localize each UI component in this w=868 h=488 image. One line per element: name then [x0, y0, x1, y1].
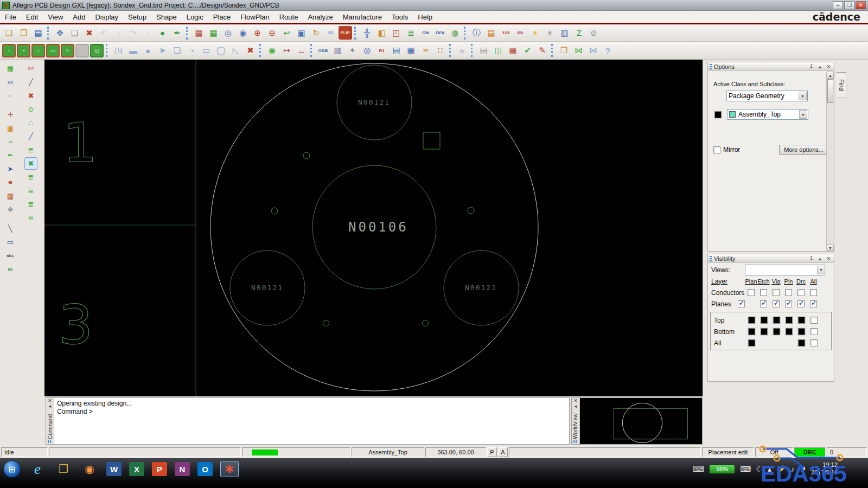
odb-export-icon[interactable]: ODB [316, 44, 330, 57]
ratsnest-list-icon[interactable]: ≣ [24, 171, 37, 183]
visibility-checkbox[interactable] [760, 300, 767, 307]
shape-add-icon[interactable]: ◳ [112, 44, 125, 57]
menu-view[interactable]: View [43, 12, 68, 22]
pin-array-icon[interactable]: ∷ [433, 44, 447, 57]
pan-hand-icon[interactable]: ✥ [4, 203, 17, 216]
via-circle[interactable] [271, 208, 278, 214]
menu-tools[interactable]: Tools [387, 12, 413, 22]
shadow-mode-icon[interactable]: ☀ [528, 26, 542, 40]
flip-design-icon[interactable]: ⋈ [572, 44, 585, 57]
dfa-table-icon[interactable]: DFA [433, 26, 447, 40]
col-etch[interactable]: Etch [757, 278, 770, 285]
media-player-icon[interactable]: ◉ [80, 461, 99, 477]
powerpoint-icon[interactable]: P [152, 462, 167, 476]
find-tab[interactable]: Find [837, 72, 846, 98]
delete-icon[interactable]: ✖ [82, 26, 96, 40]
visibility-checkbox[interactable] [773, 300, 780, 307]
shape-trim-icon[interactable]: ◺ [229, 44, 242, 57]
board-blank-icon[interactable] [75, 44, 89, 57]
command-console[interactable]: Opening existing design... Command > [54, 398, 569, 444]
world-view-canvas[interactable] [580, 398, 702, 444]
menu-flowplan[interactable]: FlowPlan [235, 12, 274, 22]
board-wave-icon[interactable]: ≈ [61, 44, 74, 57]
panel-close-icon[interactable]: ✕ [825, 255, 832, 262]
panel-collapse-icon[interactable]: ▴ [816, 63, 824, 70]
panel-pin-icon[interactable]: ↧ [808, 255, 815, 262]
padstack-editor-icon[interactable]: ▥ [331, 44, 344, 57]
add-text-icon[interactable]: abc [4, 249, 17, 262]
redraw-icon[interactable]: ↻ [309, 26, 323, 40]
panel-collapse-icon[interactable]: ▴ [816, 255, 824, 262]
via-circle[interactable] [423, 320, 429, 326]
visibility-checkbox[interactable] [797, 300, 805, 307]
board-route-icon[interactable]: ∴ [31, 44, 45, 57]
menu-edit[interactable]: Edit [21, 12, 43, 22]
visibility-checkbox[interactable] [810, 317, 818, 324]
slice-icon[interactable]: ✄ [24, 62, 37, 75]
report-icon[interactable]: ▤ [477, 44, 490, 57]
maximize-button[interactable]: ❐ [844, 1, 854, 9]
show-properties-icon[interactable]: ▤ [484, 26, 498, 40]
edit-text-icon[interactable]: ab [4, 263, 17, 275]
zoom-box-icon[interactable]: ◉ [236, 26, 250, 40]
fiducial-square[interactable] [423, 132, 440, 149]
application-mode-button[interactable]: A [498, 447, 508, 457]
no-available-command-icon[interactable]: ⊘ [587, 26, 601, 40]
panel-close-icon[interactable]: ✕ [573, 398, 578, 403]
layer-color-swatch[interactable] [773, 317, 780, 324]
via-circle[interactable] [468, 207, 474, 214]
layer-color-swatch[interactable] [786, 328, 793, 335]
scroll-down-arrow[interactable]: ▼ [827, 244, 834, 251]
visibility-checkbox[interactable] [785, 289, 792, 296]
measure-span-icon[interactable]: ↔ [295, 44, 308, 57]
close-button[interactable]: ✕ [856, 1, 866, 9]
visibility-panel-titlebar[interactable]: Visibility ↧ ▴ ✕ [708, 254, 834, 263]
minimize-button[interactable]: – [833, 1, 843, 9]
snapshot-icon[interactable]: ◎ [360, 44, 374, 57]
panel-grip[interactable] [48, 440, 52, 443]
menu-setup[interactable]: Setup [123, 12, 151, 22]
color-priority-icon[interactable]: ◰ [390, 26, 403, 40]
copy-icon[interactable]: ❏ [68, 26, 81, 40]
slant-line-icon[interactable]: ╱ [24, 76, 37, 88]
layer-color-swatch[interactable] [786, 317, 793, 324]
zoom-out-icon[interactable]: ⊖ [265, 26, 279, 40]
dots-icon[interactable]: ∴ [24, 117, 37, 129]
waveform-check-icon[interactable]: ✔ [521, 44, 534, 57]
mirror-checkbox[interactable] [713, 146, 720, 153]
probe-icon[interactable]: ✛ [4, 108, 17, 121]
menu-logic[interactable]: Logic [182, 12, 208, 22]
panel-close-icon[interactable]: ✕ [825, 63, 832, 70]
onenote-icon[interactable]: N [175, 462, 190, 476]
layer-color-swatch[interactable] [798, 328, 805, 335]
refdes-u1-icon[interactable]: U1 [4, 76, 17, 88]
command-tab-label[interactable]: Command [47, 410, 53, 439]
add-line-icon[interactable]: ╲ [4, 222, 17, 235]
visibility-checkbox[interactable] [773, 289, 780, 296]
layer-color-swatch[interactable] [748, 317, 755, 324]
via-circle[interactable] [323, 320, 329, 326]
blinds-icon[interactable]: ▥ [558, 26, 571, 40]
ratsnest-list3-icon[interactable]: ≣ [24, 198, 37, 210]
options-scrollbar[interactable]: ▲ ▼ [826, 72, 834, 251]
zoom-by-points-icon[interactable]: ◎ [221, 26, 235, 40]
allegro-taskbar-icon[interactable]: ✱ [220, 461, 239, 477]
col-plan[interactable]: Plan [745, 278, 757, 285]
class-dropdown[interactable]: Package Geometry ▼ [726, 91, 808, 101]
ratsnest-list4-icon[interactable]: ≣ [24, 211, 37, 224]
select-grid-icon[interactable]: ▫ [4, 89, 17, 102]
more-options-button[interactable]: More options... [779, 145, 828, 155]
busy-hourglass-icon[interactable]: Z [572, 26, 586, 40]
pushpin-icon[interactable]: ✒ [170, 26, 184, 40]
board-waveform-icon[interactable]: ▦ [506, 44, 520, 57]
transparency-icon[interactable]: ☀ [543, 26, 557, 40]
panel-collapse-icon[interactable]: ◂ [49, 403, 52, 409]
col-all[interactable]: All [807, 278, 820, 285]
visibility-checkbox[interactable] [810, 300, 817, 307]
volume-icon[interactable]: ♪ [791, 465, 795, 473]
pick-arrow-icon[interactable]: ➤ [4, 163, 17, 175]
cross-section-icon[interactable]: ◫ [492, 44, 505, 57]
moon-icon[interactable]: ☾ [756, 465, 763, 473]
rect-outline-icon[interactable]: ▭ [200, 44, 213, 57]
battery-indicator[interactable]: 96% [709, 465, 735, 474]
